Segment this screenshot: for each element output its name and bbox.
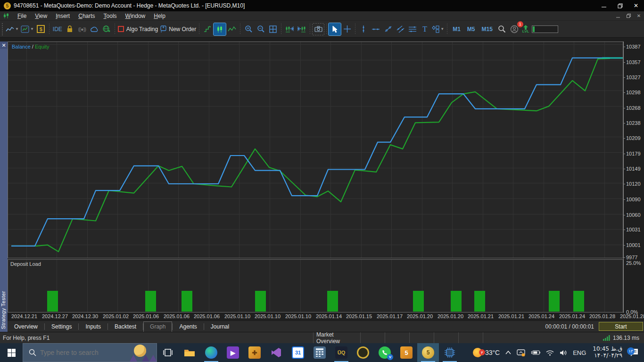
tile-windows-button[interactable] bbox=[267, 23, 279, 35]
crosshair-tool-button[interactable] bbox=[341, 23, 353, 35]
x-axis-label: 2025.01.24 bbox=[559, 313, 585, 319]
restore-button[interactable] bbox=[612, 0, 628, 11]
book-app-button[interactable]: 5 bbox=[396, 343, 417, 362]
shift-left-icon bbox=[297, 25, 306, 33]
chart-type-button[interactable]: ▼ bbox=[5, 23, 20, 35]
balance-equity-chart[interactable]: Balance / Equity bbox=[8, 41, 623, 258]
chart-window-button[interactable]: ▼ bbox=[20, 23, 35, 35]
signals-icon[interactable]: ((●)) bbox=[76, 23, 88, 35]
timeframe-m15[interactable]: M15 bbox=[479, 23, 496, 35]
timeframe-m5[interactable]: M5 bbox=[464, 23, 479, 35]
file-explorer-button[interactable] bbox=[179, 343, 200, 362]
tester-balance-view-button[interactable] bbox=[214, 23, 226, 35]
menu-charts[interactable]: Charts bbox=[74, 12, 99, 20]
repair-tool-button[interactable]: ✚ bbox=[244, 343, 265, 362]
cast-status-icon[interactable] bbox=[514, 343, 528, 362]
start-menu-button[interactable] bbox=[0, 343, 23, 362]
zoom-in-button[interactable] bbox=[242, 23, 255, 35]
tester-panel-label: Strategy Tester bbox=[0, 291, 6, 329]
screenshot-button[interactable] bbox=[312, 23, 324, 35]
tab-overview[interactable]: Overview bbox=[8, 322, 44, 331]
whatsapp-button[interactable]: V bbox=[374, 343, 396, 362]
language-indicator[interactable]: ENG bbox=[570, 343, 589, 362]
tester-close-button[interactable]: ✕ bbox=[0, 41, 8, 49]
notification-count-badge: ۱۳ bbox=[627, 347, 635, 355]
tab-settings[interactable]: Settings bbox=[45, 322, 78, 331]
task-view-button[interactable] bbox=[157, 343, 179, 362]
notification-center-button[interactable]: ۱۳ bbox=[626, 343, 644, 362]
search-input[interactable] bbox=[40, 349, 116, 356]
tester-profit-view-button[interactable] bbox=[201, 23, 214, 35]
minimize-button[interactable] bbox=[596, 0, 612, 11]
child-restore-button[interactable] bbox=[623, 12, 634, 20]
line-chart-icon bbox=[6, 26, 14, 33]
deposit-load-panel[interactable]: Deposit Load bbox=[8, 259, 623, 313]
menu-tools[interactable]: Tools bbox=[99, 12, 121, 20]
close-button[interactable]: ✕ bbox=[628, 0, 644, 11]
vertical-line-tool[interactable] bbox=[357, 23, 370, 35]
uq-app-button[interactable]: ŪQ bbox=[330, 343, 352, 362]
algo-trading-button[interactable]: Algo Trading bbox=[117, 23, 159, 35]
child-minimize-button[interactable] bbox=[613, 12, 623, 20]
child-close-button[interactable]: ✕ bbox=[634, 12, 644, 20]
cloud-icon bbox=[90, 26, 99, 33]
deposit-load-bar bbox=[255, 291, 266, 312]
text-tool[interactable]: T bbox=[419, 23, 431, 35]
menu-insert[interactable]: Insert bbox=[51, 12, 74, 20]
wifi-icon[interactable] bbox=[543, 343, 557, 362]
ide-button[interactable]: IDE bbox=[51, 23, 64, 35]
lvl-button[interactable]: LVL bbox=[522, 25, 529, 33]
community-button[interactable] bbox=[100, 23, 113, 35]
chart-shift-button[interactable] bbox=[296, 23, 308, 35]
start-button[interactable]: Start bbox=[599, 322, 643, 331]
deposit-load-bar bbox=[182, 291, 192, 312]
shapes-tool[interactable]: ▼ bbox=[431, 23, 445, 35]
metatrader5-button[interactable]: 5 bbox=[417, 343, 439, 362]
menu-help[interactable]: Help bbox=[149, 12, 170, 20]
toolbar-grip[interactable] bbox=[1, 23, 4, 35]
coin-app-button[interactable] bbox=[352, 343, 374, 362]
tab-backtest[interactable]: Backtest bbox=[108, 322, 143, 331]
taskbar-search[interactable] bbox=[23, 343, 157, 362]
new-order-button[interactable]: New Order bbox=[159, 23, 197, 35]
zoom-out-button[interactable] bbox=[255, 23, 267, 35]
legend-equity: Equity bbox=[35, 44, 50, 49]
cloud-storage-button[interactable] bbox=[88, 23, 100, 35]
tab-graph[interactable]: Graph bbox=[143, 321, 172, 332]
title-bar: 5 94708651 - MetaQuotes-Demo: Demo Accou… bbox=[0, 0, 644, 11]
market-button[interactable] bbox=[64, 23, 76, 35]
menu-window[interactable]: Window bbox=[121, 12, 150, 20]
connection-status[interactable]: 136.13 ms bbox=[603, 335, 644, 341]
calendar-button[interactable]: 31 bbox=[287, 343, 309, 362]
fibonacci-tool[interactable] bbox=[406, 23, 419, 35]
weather-widget[interactable]: ۲ 33°C bbox=[470, 343, 503, 362]
channel-tool[interactable] bbox=[394, 23, 406, 35]
status-market-overview[interactable]: Market Overview bbox=[314, 332, 361, 343]
cursor-tool-button[interactable] bbox=[329, 23, 341, 35]
status-cell bbox=[434, 332, 459, 343]
tab-inputs[interactable]: Inputs bbox=[79, 322, 107, 331]
edge-browser-button[interactable] bbox=[200, 343, 222, 362]
visual-studio-button[interactable] bbox=[265, 343, 287, 362]
tester-equity-view-button[interactable] bbox=[226, 23, 238, 35]
notifications-button[interactable]: 1 bbox=[508, 23, 520, 35]
menu-view[interactable]: View bbox=[31, 12, 51, 20]
battery-icon[interactable] bbox=[528, 343, 543, 362]
symbols-button[interactable]: $ bbox=[35, 23, 47, 35]
trendline-tool[interactable] bbox=[382, 23, 394, 35]
chip-app-button[interactable] bbox=[439, 343, 461, 362]
taskbar: ▶ ✚ 31 ŪQ V 5 5 ۲ 33°C bbox=[0, 343, 644, 362]
volume-icon[interactable] bbox=[557, 343, 570, 362]
clock[interactable]: 10:45 ق.ظ ۱۴۰۴/۰۴/۲۹ bbox=[589, 343, 626, 362]
tab-journal[interactable]: Journal bbox=[204, 322, 236, 331]
calculator-button[interactable] bbox=[309, 343, 330, 362]
search-button[interactable] bbox=[496, 23, 508, 35]
auto-scroll-button[interactable] bbox=[283, 23, 296, 35]
timeframe-m1[interactable]: M1 bbox=[449, 23, 464, 35]
media-player-button[interactable]: ▶ bbox=[222, 343, 244, 362]
menu-file[interactable]: File bbox=[13, 12, 31, 20]
algo-trading-label: Algo Trading bbox=[126, 26, 158, 33]
tab-agents[interactable]: Agents bbox=[173, 322, 203, 331]
tray-expand-button[interactable] bbox=[503, 343, 514, 362]
horizontal-line-tool[interactable] bbox=[370, 23, 382, 35]
